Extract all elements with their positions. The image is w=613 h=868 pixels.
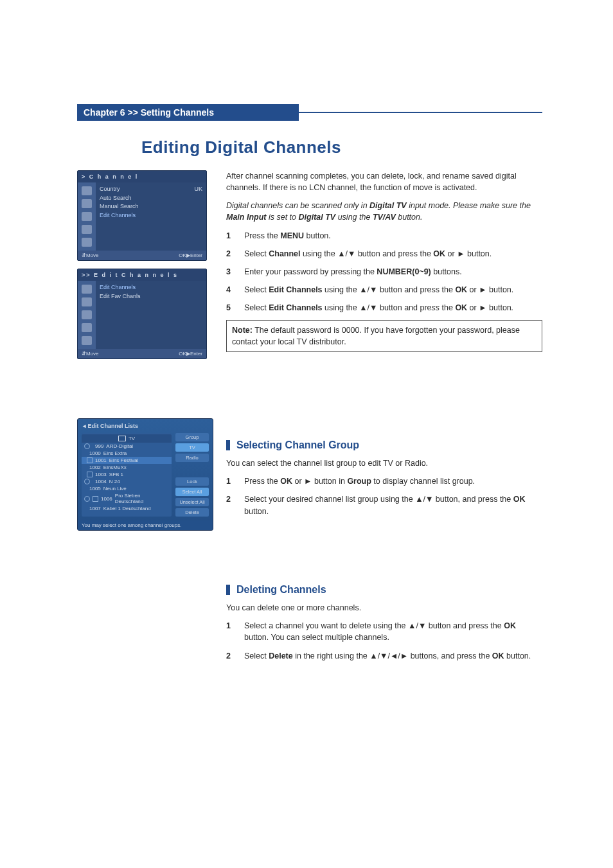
step-text: Select Delete in the right using the ▲/▼…	[244, 650, 542, 662]
menu-icon	[82, 225, 92, 234]
block-selecting-channel-group: ◂ Edit Channel Lists TV 999ARD-Digital 1…	[77, 438, 542, 531]
edit-channel-lists-list: TV 999ARD-Digital 1000Eins Extra 1001Ein…	[82, 433, 172, 517]
menu-footer-enter: Enter	[190, 351, 202, 357]
subheading-text: Selecting Channel Group	[236, 438, 359, 452]
nav-icon: ⇵	[82, 252, 86, 258]
menu-icon	[82, 212, 92, 221]
menu-row: Country	[100, 185, 120, 194]
chapter-bar-underline	[299, 112, 542, 113]
ok-key-icon: OK	[179, 252, 186, 258]
step-text: Select your desired channel list group u…	[244, 493, 542, 517]
menu-side-icons	[78, 281, 96, 349]
steps-list: 1 Press the MENU button. 2 Select Channe…	[226, 230, 542, 314]
right-column-selecting-group: Selecting Channel Group You can select t…	[226, 438, 542, 531]
subheading-text: Deleting Channels	[236, 582, 326, 597]
paragraph: You can select the channel list group to…	[226, 457, 542, 469]
checkbox-icon	[87, 457, 93, 463]
list-item: Eins Extra	[103, 450, 127, 456]
ok-key-icon: OK	[179, 351, 186, 357]
list-item: Neun Live	[103, 486, 127, 492]
menu-footer: ⇵Move OK▶Enter	[78, 251, 206, 260]
step-number: 1	[226, 230, 235, 242]
section-title: Editing Digital Channels	[141, 137, 542, 157]
menu-row: Edit Fav Chanls	[100, 292, 202, 301]
edit-channel-lists-side: Group TV Radio Lock Select All Unselect …	[175, 433, 209, 517]
step-number: 2	[226, 248, 235, 260]
list-item: Eins Festival	[109, 457, 138, 463]
edit-channel-lists-footer: You may select one among channel groups.	[78, 520, 213, 530]
step-number: 2	[226, 650, 235, 662]
menu-icon	[82, 310, 92, 319]
menu-row-value: UK	[194, 185, 202, 194]
menu-channel-mock: > C h a n n e l CountryUK Auto Search Ma…	[77, 170, 207, 261]
lock-icon	[84, 496, 90, 502]
note-text: The default password is 0000. If you hav…	[232, 326, 520, 346]
left-column-empty	[77, 582, 212, 668]
chapter-label: Chapter 6 >> Setting Channels	[84, 104, 214, 121]
block-deleting-channels: Deleting Channels You can delete one or …	[77, 582, 542, 668]
edit-channel-lists-header: ◂ Edit Channel Lists	[78, 419, 213, 433]
menu-icon	[82, 199, 92, 208]
edit-channel-lists-mock: ◂ Edit Channel Lists TV 999ARD-Digital 1…	[77, 418, 213, 531]
step-text: Enter your password by pressing the NUMB…	[244, 266, 542, 278]
list-item: N 24	[109, 479, 120, 484]
step-number: 2	[226, 493, 235, 517]
step-text: Select Edit Channels using the ▲/▼ butto…	[244, 284, 542, 296]
note-label: Note:	[232, 326, 253, 335]
step-text: Select Channel using the ▲/▼ button and …	[244, 248, 542, 260]
step-text: Press the MENU button.	[244, 230, 542, 242]
side-btn-radio: Radio	[175, 454, 209, 462]
menu-icon	[82, 285, 92, 294]
menu-row-selected: Edit Channels	[100, 283, 202, 292]
list-item: SFB 1	[109, 472, 123, 477]
steps-list: 1 Press the OK or ► button in Group to d…	[226, 475, 542, 517]
list-item: EinsMuXx	[103, 465, 127, 470]
menu-channel-header: > C h a n n e l	[78, 171, 206, 182]
menu-side-icons	[78, 182, 96, 251]
lock-icon	[84, 443, 90, 449]
menu-icon	[82, 186, 92, 195]
side-btn-unselect-all: Unselect All	[175, 498, 209, 506]
steps-list: 1 Select a channel you want to delete us…	[226, 620, 542, 661]
left-column-screenshots: ◂ Edit Channel Lists TV 999ARD-Digital 1…	[77, 418, 212, 531]
side-btn-select-all: Select All	[175, 488, 209, 496]
checkbox-icon	[93, 496, 98, 502]
side-btn-lock: Lock	[175, 477, 209, 486]
menu-row-selected: Edit Channels	[100, 211, 202, 220]
menu-channel-list: CountryUK Auto Search Manual Search Edit…	[96, 182, 206, 251]
nav-icon: ⇵	[82, 351, 86, 357]
menu-footer: ⇵Move OK▶Enter	[78, 349, 206, 359]
subheading-bar-icon	[226, 440, 230, 450]
left-column-screenshots: > C h a n n e l CountryUK Auto Search Ma…	[77, 170, 212, 367]
step-text: Select Edit Channels using the ▲/▼ butto…	[244, 302, 542, 314]
step-number: 3	[226, 266, 235, 278]
menu-footer-enter: Enter	[190, 252, 202, 258]
list-item: Pro Sieben Deutschland	[115, 493, 169, 504]
page: Chapter 6 >> Setting Channels Editing Di…	[0, 104, 613, 868]
list-item: Kabel 1 Deutschland	[103, 506, 151, 511]
menu-footer-move: Move	[86, 252, 99, 258]
block-editing-digital-channels: > C h a n n e l CountryUK Auto Search Ma…	[77, 170, 542, 367]
step-number: 5	[226, 302, 235, 314]
subheading-deleting-channels: Deleting Channels	[226, 582, 542, 597]
menu-edit-channels-mock: >> E d i t C h a n n e l s Edit Channels…	[77, 269, 207, 359]
note-box: Note: The default password is 0000. If y…	[226, 320, 542, 352]
menu-icon	[82, 323, 92, 332]
side-btn-group: Group	[175, 433, 209, 441]
step-number: 4	[226, 284, 235, 296]
paragraph: You can delete one or more channels.	[226, 602, 542, 614]
step-number: 1	[226, 475, 235, 487]
side-btn-tv: TV	[175, 443, 209, 452]
menu-edit-channels-list: Edit Channels Edit Fav Chanls	[96, 281, 206, 349]
side-btn-delete: Delete	[175, 508, 209, 517]
menu-row: Manual Search	[100, 202, 202, 211]
chapter-bar: Chapter 6 >> Setting Channels	[77, 104, 542, 121]
menu-row: Auto Search	[100, 194, 202, 203]
intro-note-paragraph: Digital channels can be scanned only in …	[226, 200, 542, 223]
intro-paragraph: After channel scanning completes, you ca…	[226, 170, 542, 193]
right-column-intro: After channel scanning completes, you ca…	[226, 170, 542, 367]
step-number: 1	[226, 620, 235, 643]
step-text: Press the OK or ► button in Group to dis…	[244, 475, 542, 487]
menu-footer-move: Move	[86, 351, 99, 357]
checkbox-icon	[87, 472, 93, 477]
